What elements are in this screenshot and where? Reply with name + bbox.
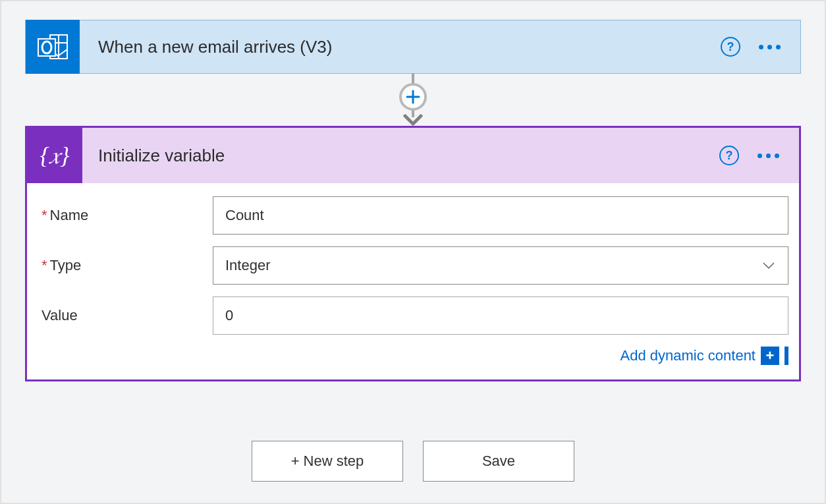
connector: [25, 73, 801, 126]
field-label-value: Value: [41, 307, 213, 324]
dynamic-content-row: Add dynamic content +: [41, 347, 788, 365]
trigger-card[interactable]: When a new email arrives (V3) ?: [25, 20, 801, 74]
action-card-actions: ?: [719, 146, 799, 165]
field-row-type: *Type Integer: [41, 246, 788, 285]
bottom-buttons: + New step Save: [25, 441, 801, 482]
outlook-icon: [26, 20, 80, 74]
new-step-button[interactable]: + New step: [252, 441, 403, 482]
add-dynamic-content-link[interactable]: Add dynamic content: [620, 347, 756, 364]
variable-icon: {𝑥}: [27, 128, 82, 183]
help-icon[interactable]: ?: [719, 146, 739, 165]
chevron-down-icon: [761, 258, 776, 273]
add-step-button[interactable]: [399, 83, 427, 111]
field-label-type: *Type: [41, 257, 213, 274]
required-star: *: [41, 207, 47, 223]
name-input[interactable]: Count: [213, 196, 788, 235]
save-button[interactable]: Save: [423, 441, 574, 482]
field-row-name: *Name Count: [41, 196, 788, 235]
required-star: *: [41, 257, 47, 273]
add-dynamic-content-plus-icon[interactable]: +: [761, 347, 779, 365]
more-menu-icon[interactable]: [757, 154, 779, 158]
field-row-value: Value 0: [41, 296, 788, 335]
designer-canvas: When a new email arrives (V3) ? {𝑥} In: [0, 0, 826, 504]
value-input[interactable]: 0: [213, 296, 788, 335]
type-select[interactable]: Integer: [213, 246, 788, 285]
more-menu-icon[interactable]: [759, 45, 781, 49]
trigger-title: When a new email arrives (V3): [80, 37, 721, 57]
action-header[interactable]: {𝑥} Initialize variable ?: [27, 128, 799, 183]
trigger-card-actions: ?: [721, 37, 800, 57]
arrow-down-icon: [403, 114, 423, 130]
help-icon[interactable]: ?: [721, 37, 740, 57]
action-title: Initialize variable: [82, 146, 719, 166]
field-label-name: *Name: [41, 207, 213, 224]
dynamic-content-bar: [785, 347, 788, 365]
action-card: {𝑥} Initialize variable ? *Name Count: [25, 126, 801, 381]
action-body: *Name Count *Type Integer: [27, 183, 799, 379]
